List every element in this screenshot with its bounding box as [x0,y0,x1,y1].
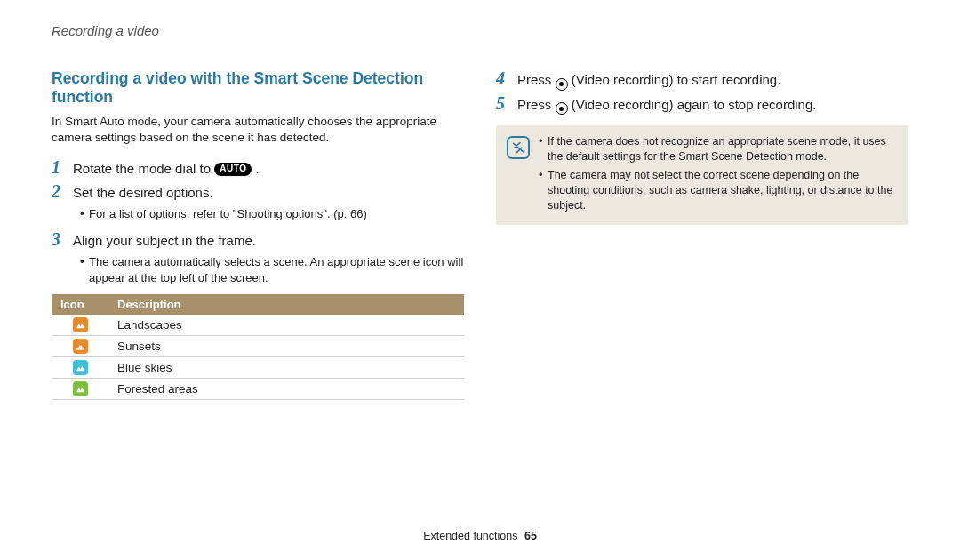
step-2: 2 Set the desired options. [52,182,464,203]
step-text: Align your subject in the frame. [73,230,256,251]
page-footer: Extended functions 65 [0,530,960,542]
svg-rect-1 [76,349,84,350]
bluesky-icon [73,360,88,375]
right-column: 4 Press (Video recording) to start recor… [496,69,908,400]
step-text-after: . [252,161,259,176]
step-text: Press (Video recording) again to stop re… [517,94,816,116]
content-columns: Recording a video with the Smart Scene D… [52,69,908,400]
step-text: Press (Video recording) to start recordi… [517,69,780,91]
svg-point-0 [78,346,82,349]
scene-table: Icon Description Landscapes Sunsets [52,294,464,400]
footer-section: Extended functions [423,530,517,542]
steps-right: 4 Press (Video recording) to start recor… [496,69,908,115]
landscape-icon [73,317,88,332]
note-icon [507,136,530,159]
forest-icon [73,381,88,396]
step-number: 2 [52,182,64,200]
step-2-sub: For a list of options, refer to "Shootin… [80,206,464,222]
step-text-before: Press [517,97,556,112]
table-row: Forested areas [52,379,464,400]
step-2-sub-item: For a list of options, refer to "Shootin… [80,206,464,222]
step-number: 5 [496,94,508,112]
footer-page-number: 65 [524,530,537,542]
sunset-icon [73,339,88,354]
step-text-before: Press [517,72,556,87]
step-3: 3 Align your subject in the frame. [52,230,464,251]
left-column: Recording a video with the Smart Scene D… [52,69,464,400]
step-number: 4 [496,69,508,87]
step-4: 4 Press (Video recording) to start recor… [496,69,908,91]
record-button-icon [556,102,568,115]
step-3-sub: The camera automatically selects a scene… [80,254,464,285]
note-list: If the camera does not recognize an appr… [539,134,898,216]
step-text-after: (Video recording) again to stop recordin… [568,97,817,112]
table-header-desc: Description [108,294,464,315]
note-item: If the camera does not recognize an appr… [539,134,898,164]
page-breadcrumb: Recording a video [52,23,159,38]
table-row: Sunsets [52,336,464,357]
note-item: The camera may not select the correct sc… [539,168,898,213]
step-number: 1 [52,158,64,176]
record-button-icon [556,78,568,91]
table-cell-label: Forested areas [108,379,464,400]
step-text: Rotate the mode dial to AUTO . [73,158,260,179]
steps-left: 1 Rotate the mode dial to AUTO . 2 Set t… [52,158,464,400]
note-box: If the camera does not recognize an appr… [496,125,908,225]
table-cell-label: Blue skies [108,357,464,379]
step-3-sub-item: The camera automatically selects a scene… [80,254,464,285]
table-row: Blue skies [52,357,464,379]
table-row: Landscapes [52,315,464,336]
step-text-before: Rotate the mode dial to [73,161,214,176]
step-text-after: (Video recording) to start recording. [568,72,781,87]
table-header-icon: Icon [52,294,108,315]
step-5: 5 Press (Video recording) again to stop … [496,94,908,116]
section-title: Recording a video with the Smart Scene D… [52,69,464,107]
section-intro: In Smart Auto mode, your camera automati… [52,114,464,146]
table-cell-label: Landscapes [108,315,464,336]
auto-mode-badge: AUTO [214,163,252,177]
step-number: 3 [52,230,64,248]
step-1: 1 Rotate the mode dial to AUTO . [52,158,464,179]
table-cell-label: Sunsets [108,336,464,357]
step-text: Set the desired options. [73,182,213,203]
